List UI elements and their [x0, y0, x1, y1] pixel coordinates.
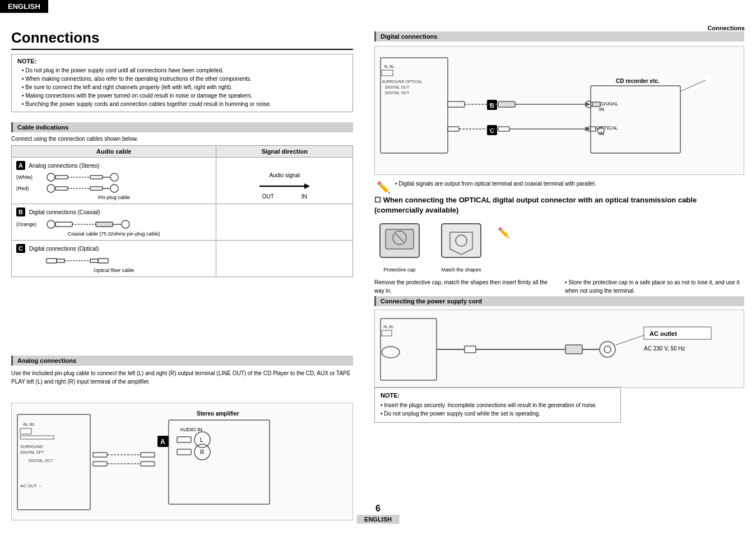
table-row: B Digital connections (Coaxial) (Orange) [12, 204, 353, 241]
svg-rect-9 [90, 187, 103, 190]
svg-rect-20 [47, 259, 57, 263]
power-section: Connecting the power supply cord AL BL [374, 296, 744, 388]
digital-note: ✏️ • Digital signals are output from opt… [374, 178, 744, 196]
coax-cable-svg [45, 219, 169, 230]
svg-rect-27 [20, 428, 31, 434]
svg-text:SURROUND: SURROUND [20, 445, 43, 449]
optical-title: ☐ When connecting the OPTICAL digital ou… [374, 195, 744, 215]
match-shapes-svg [436, 221, 486, 266]
svg-text:AC 230 V,  50 Hz: AC 230 V, 50 Hz [644, 345, 685, 352]
analog-diagram-svg: AL BL SURROUND DIGITAL OPT DIGITAL OCT A… [12, 403, 354, 521]
row-b-signal [216, 204, 353, 241]
red-cable-svg [45, 183, 157, 193]
svg-rect-62 [498, 102, 515, 107]
svg-rect-90 [382, 330, 392, 336]
signal-label: Audio signal [269, 172, 299, 178]
footer-language: ENGLISH [356, 515, 400, 524]
svg-point-11 [110, 185, 118, 192]
optical-diagram: Protective cap Match the shapes ✏️ [374, 221, 744, 273]
white-cable-diagram: (White) [16, 172, 211, 182]
svg-text:R: R [200, 449, 204, 455]
svg-rect-72 [706, 75, 711, 86]
white-cable-svg [45, 172, 157, 182]
svg-rect-40 [141, 462, 155, 466]
row-b-cable: B Digital connections (Coaxial) (Orange) [12, 204, 216, 241]
svg-text:AL BL: AL BL [384, 64, 395, 68]
svg-rect-23 [90, 259, 98, 262]
svg-text:DIGITAL OUT: DIGITAL OUT [385, 85, 410, 89]
page-number: 6 [356, 504, 400, 514]
svg-rect-44 [177, 437, 191, 442]
note-title: NOTE: [17, 58, 347, 64]
svg-text:C: C [490, 127, 494, 134]
svg-point-0 [47, 173, 55, 181]
svg-rect-52 [382, 70, 393, 76]
svg-text:Stereo amplifier: Stereo amplifier [197, 411, 239, 417]
svg-point-14 [47, 220, 55, 228]
match-shapes-label: Match the shapes [436, 267, 486, 273]
svg-rect-1 [55, 176, 68, 179]
svg-text:DIGITAL OCT: DIGITAL OCT [29, 459, 53, 463]
note-item: When making connections, also refer to t… [22, 75, 347, 83]
svg-rect-21 [57, 259, 64, 262]
cable-section-header: Cable indications [11, 122, 353, 132]
table-row: A Analog connections (Stereo) (White) [12, 158, 353, 204]
svg-rect-15 [55, 222, 72, 227]
row-c-name: Digital connections (Optical) [29, 246, 99, 252]
cable-table: Audio cable Signal direction A Analog co… [11, 145, 353, 277]
digital-section-header: Digital connections [374, 31, 744, 41]
power-section-header: Connecting the power supply cord [374, 296, 744, 306]
pin-plug-label: Pin-plug cable [16, 195, 211, 200]
svg-rect-67 [498, 127, 509, 131]
svg-line-99 [616, 335, 644, 345]
optical-instr-right: • Store the protective cap in a safe pla… [565, 278, 744, 295]
row-a-cable: A Analog connections (Stereo) (White) [12, 158, 216, 204]
svg-point-6 [47, 185, 55, 192]
svg-line-71 [680, 80, 706, 91]
language-tab: ENGLISH [0, 0, 48, 13]
svg-point-91 [382, 347, 400, 358]
svg-point-19 [122, 220, 129, 228]
note-box: NOTE: Do not plug in the power supply co… [11, 54, 353, 112]
row-c-signal [216, 241, 353, 277]
power-note-box: NOTE: • Insert the plugs securely. Incom… [374, 387, 621, 423]
svg-text:CD recorder etc.: CD recorder etc. [616, 78, 660, 84]
note-list: Do not plug in the power supply cord unt… [17, 66, 347, 108]
power-note-items: • Insert the plugs securely. Incomplete … [381, 401, 615, 418]
svg-point-98 [604, 346, 611, 353]
svg-rect-50 [381, 58, 448, 153]
svg-rect-7 [55, 187, 68, 190]
svg-rect-41 [169, 420, 270, 504]
coax-cable-diagram: (Orange) [16, 219, 211, 230]
col-signal-dir: Signal direction [216, 146, 353, 158]
red-cable-diagram: (Red) [16, 183, 211, 193]
svg-rect-86 [442, 224, 481, 257]
cable-intro: Connect using the connection cables show… [11, 136, 353, 142]
signal-arrow-svg [257, 181, 313, 192]
svg-rect-77 [592, 102, 600, 107]
svg-text:AC outlet: AC outlet [650, 330, 677, 337]
svg-text:AL BL: AL BL [23, 422, 35, 427]
note-item: Bunching the power supply cords and conn… [22, 100, 347, 108]
svg-rect-93 [465, 346, 476, 353]
svg-text:IN: IN [599, 107, 604, 112]
optical-section: ☐ When connecting the OPTICAL digital ou… [374, 195, 744, 295]
digital-connections-section: Digital connections [374, 31, 744, 41]
svg-rect-60 [448, 102, 465, 107]
svg-rect-17 [96, 222, 113, 227]
svg-rect-83 [386, 229, 414, 249]
optical-cable-diagram [16, 255, 211, 266]
optical-cable-svg [45, 255, 169, 266]
optical-label: Optical fiber cable [16, 268, 211, 273]
power-note-title: NOTE: [381, 392, 615, 399]
page-title: Connections [11, 29, 353, 50]
svg-text:AUDIO IN: AUDIO IN [180, 427, 202, 432]
svg-text:AC OUT→: AC OUT→ [20, 483, 41, 488]
row-a-signal: Audio signal OUT IN [216, 158, 353, 204]
analog-section-header: Analog connections [11, 356, 353, 366]
cable-section: Cable indications Connect using the conn… [11, 122, 353, 277]
digital-diagram-svg: AL BL SURROUND OPTICAL DIGITAL OUT DIGIT… [375, 47, 745, 176]
pencil-icon: ✏️ [377, 181, 391, 194]
analog-description: Use the included pin-plug cable to conne… [11, 369, 353, 386]
svg-point-5 [110, 173, 118, 181]
